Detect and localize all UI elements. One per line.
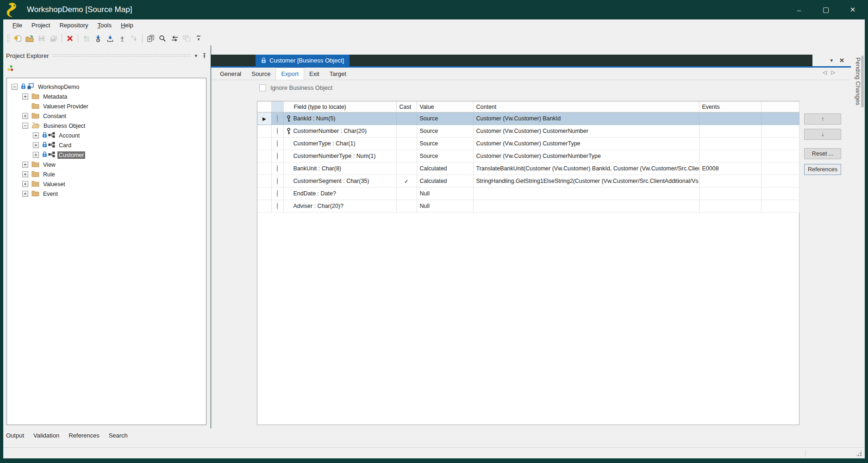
field-cell[interactable]: CustomerType : Char(1) (283, 138, 396, 150)
events-cell[interactable] (699, 150, 761, 163)
pending-strip-scrollbar[interactable] (861, 56, 864, 107)
tree-expander-icon[interactable]: + (33, 152, 39, 158)
subtab-general[interactable]: General (215, 68, 246, 80)
new-project-icon[interactable]: ✱ (12, 32, 24, 44)
cast-cell[interactable] (396, 113, 417, 125)
value-cell[interactable]: Null (417, 188, 473, 200)
grid-row[interactable]: CustomerType : Char(1)SourceCustomer (Vw… (257, 138, 799, 150)
content-cell[interactable] (473, 200, 699, 213)
field-cell[interactable]: CustomerNumber : Char(20) (283, 125, 396, 138)
events-cell[interactable] (699, 125, 761, 138)
cast-cell[interactable] (396, 188, 417, 200)
document-tab-customer[interactable]: Customer [Business Object] (256, 55, 350, 66)
column-header-content[interactable]: Content (473, 101, 699, 113)
value-cell[interactable]: Null (417, 200, 473, 213)
tree-item-event[interactable]: +Event (7, 189, 206, 199)
row-selector-cell[interactable] (257, 200, 271, 213)
value-cell[interactable]: Calculated (417, 163, 473, 175)
content-cell[interactable] (473, 188, 699, 200)
tree-item-constant[interactable]: +Constant (7, 111, 206, 121)
cast-cell[interactable]: ✓ (396, 175, 417, 188)
cast-cell[interactable] (396, 138, 417, 150)
search-icon[interactable] (156, 32, 169, 44)
tree-item-valueset-provider[interactable]: Valueset Provider (7, 101, 206, 111)
move-down-button[interactable]: ↓ (804, 129, 841, 140)
subtab-export[interactable]: Export (275, 68, 304, 80)
minimize-button[interactable]: – (786, 0, 812, 19)
content-cell[interactable]: Customer (Vw.Customer) BankId (473, 113, 699, 125)
cast-cell[interactable] (396, 125, 417, 138)
row-selector-cell[interactable]: ▶ (257, 113, 271, 125)
tree-expander-icon[interactable]: + (22, 94, 28, 100)
tree-expander-icon[interactable]: − (12, 84, 18, 90)
save-icon[interactable] (36, 32, 48, 44)
row-selector-cell[interactable] (257, 175, 271, 188)
tree-expander-icon[interactable]: + (22, 181, 28, 187)
tree-expander-icon[interactable]: − (22, 123, 28, 129)
subtab-target[interactable]: Target (325, 68, 351, 80)
toolbar-overflow-icon[interactable]: ▾ (193, 32, 205, 44)
add-item-icon[interactable] (80, 32, 92, 44)
close-button[interactable]: ✕ (839, 0, 866, 19)
bottom-tab-output[interactable]: Output (6, 431, 24, 439)
menu-tools[interactable]: Tools (93, 19, 116, 31)
tree-expander-icon[interactable]: + (33, 142, 39, 148)
menu-help[interactable]: Help (116, 19, 138, 31)
field-cell[interactable]: CustomerSegment : Char(35) (283, 175, 396, 188)
delete-icon[interactable] (64, 32, 76, 44)
get-latest-icon[interactable] (104, 32, 116, 44)
tree-item-workshopdemo[interactable]: −WorkshopDemo (7, 82, 206, 92)
grid-row[interactable]: Adviser : Char(20)?Null (257, 200, 799, 213)
value-cell[interactable]: Source (417, 150, 473, 163)
column-header-events[interactable]: Events (699, 101, 761, 113)
column-header-value[interactable]: Value (417, 101, 473, 113)
tree-item-account[interactable]: +Account (7, 131, 206, 140)
value-cell[interactable]: Source (417, 125, 473, 138)
column-header-blank[interactable] (271, 101, 283, 113)
subtab-scroll-right-icon[interactable]: ▷ (831, 69, 835, 75)
subtab-exit[interactable]: Exit (304, 68, 325, 80)
grid-row[interactable]: CustomerSegment : Char(35)✓CalculatedStr… (257, 175, 799, 188)
compare-icon[interactable] (169, 32, 181, 44)
tree-expander-icon[interactable]: + (22, 171, 28, 177)
menu-project[interactable]: Project (27, 19, 55, 31)
events-cell[interactable] (699, 188, 761, 200)
status-dots-icon[interactable] (7, 65, 14, 71)
check-in-icon[interactable] (92, 32, 104, 44)
field-cell[interactable]: BankUnit : Char(8) (283, 163, 396, 175)
tree-expander-icon[interactable]: + (22, 162, 28, 168)
properties-icon[interactable] (144, 32, 156, 44)
save-all-icon[interactable] (48, 32, 60, 44)
grid-row[interactable]: CustomerNumberType : Num(1)SourceCustome… (257, 150, 799, 163)
row-selector-cell[interactable] (257, 150, 271, 163)
content-cell[interactable]: StringHandling.GetString1ElseString2(Cus… (473, 175, 699, 188)
bottom-tab-references[interactable]: References (69, 431, 99, 439)
row-selector-cell[interactable] (257, 138, 271, 150)
events-cell[interactable] (699, 200, 761, 213)
tree-expander-icon[interactable]: + (33, 132, 39, 138)
field-cell[interactable]: Adviser : Char(20)? (283, 200, 396, 213)
references-button[interactable]: References (804, 164, 841, 175)
column-header-field-type-to-locate-[interactable]: Field (type to locate) (283, 101, 396, 113)
bottom-tab-search[interactable]: Search (109, 431, 128, 439)
cast-cell[interactable] (396, 150, 417, 163)
column-header-blank[interactable] (257, 101, 271, 113)
events-cell[interactable] (699, 113, 761, 125)
bottom-tab-validation[interactable]: Validation (33, 431, 59, 439)
pin-icon[interactable] (202, 53, 207, 59)
panel-menu-icon[interactable]: ▾ (194, 53, 197, 59)
cast-cell[interactable] (396, 163, 417, 175)
tree-item-metadata[interactable]: +Metadata (7, 92, 206, 101)
value-cell[interactable]: Source (417, 113, 473, 125)
content-cell[interactable]: Customer (Vw.Customer) CustomerNumber (473, 125, 699, 138)
menu-repository[interactable]: Repository (55, 19, 93, 31)
undo-checkout-icon[interactable] (116, 32, 128, 44)
print-icon[interactable] (181, 32, 193, 44)
column-header-cast[interactable]: Cast (396, 101, 417, 113)
grid-row[interactable]: EndDate : Date?Null (257, 188, 799, 200)
field-cell[interactable]: BankId : Num(5) (283, 113, 396, 125)
ignore-business-object-checkbox[interactable] (259, 84, 266, 91)
field-cell[interactable]: CustomerNumberType : Num(1) (283, 150, 396, 163)
cast-cell[interactable] (396, 200, 417, 213)
grid-header[interactable]: Field (type to locate)CastValueContentEv… (257, 101, 799, 113)
